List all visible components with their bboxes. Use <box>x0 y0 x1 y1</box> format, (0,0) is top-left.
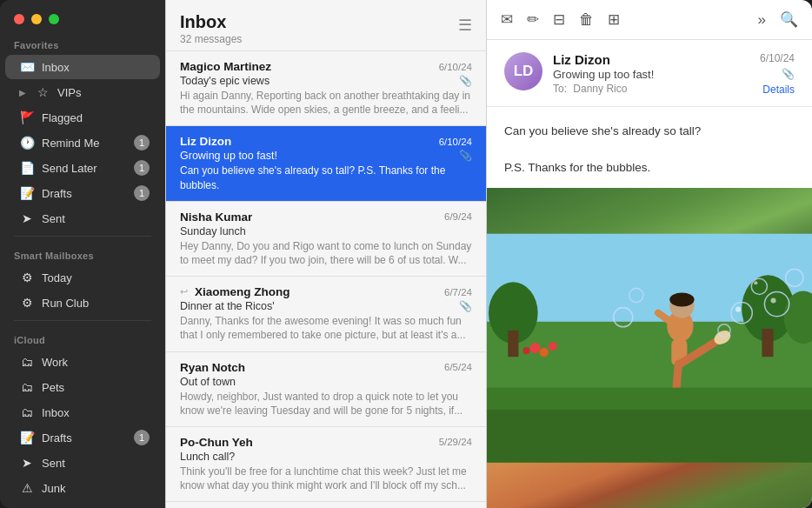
svg-point-13 <box>669 292 694 306</box>
move-toolbar-icon[interactable]: ⊞ <box>608 10 620 29</box>
trash-toolbar-icon[interactable]: 🗑 <box>579 11 594 29</box>
sidebar-item-send-later[interactable]: 📄 Send Later 1 <box>5 156 160 180</box>
message-count: 32 messages <box>180 33 242 45</box>
icloud-drafts-icon: 📝 <box>19 430 35 445</box>
sidebar-item-flagged[interactable]: 🚩 Flagged <box>5 105 160 130</box>
detail-pane: ✉ ✏ ⊟ 🗑 ⊞ » 🔍 LD Liz Dizon Growing up to… <box>487 0 812 508</box>
sidebar-item-label: Inbox <box>42 406 70 419</box>
sidebar-item-remind-me[interactable]: 🕐 Remind Me 1 <box>5 130 160 155</box>
message-list-header: Inbox 32 messages ☰ <box>166 0 486 51</box>
msg-sender: Magico Martinez <box>180 60 271 73</box>
msg-subject: Sunday lunch <box>180 225 246 237</box>
sidebar-item-run-club[interactable]: ⚙ Run Club <box>5 291 160 315</box>
favorites-section-label: Favorites <box>0 31 165 54</box>
attachment-icon: 📎 <box>459 75 472 87</box>
icloud-drafts-badge: 1 <box>134 430 150 445</box>
msg-date: 6/9/24 <box>444 211 472 222</box>
minimize-button[interactable] <box>31 14 42 24</box>
svg-point-28 <box>754 281 757 284</box>
svg-point-29 <box>770 297 775 303</box>
detail-subject: Growing up too fast! <box>553 68 749 81</box>
archive-toolbar-icon[interactable]: ⊟ <box>553 10 565 29</box>
divider-1 <box>14 236 151 237</box>
to-name: Danny Rico <box>573 83 627 95</box>
send-later-icon: 📄 <box>19 160 35 176</box>
details-link[interactable]: Details <box>762 84 795 96</box>
svg-point-7 <box>530 343 541 353</box>
sidebar-item-today[interactable]: ⚙ Today <box>5 265 160 290</box>
avatar: LD <box>504 52 542 90</box>
smart-mailboxes-section-label: Smart Mailboxes <box>0 242 165 264</box>
work-icon: 🗂 <box>19 354 35 370</box>
svg-point-10 <box>522 347 529 354</box>
sidebar-item-trash[interactable]: 🗑 Trash <box>5 501 160 508</box>
inbox-icon: ✉️ <box>19 59 35 75</box>
message-item[interactable]: Magico Martinez 6/10/24 Today's epic vie… <box>166 51 486 126</box>
sidebar-item-vips[interactable]: ▶ ☆ VIPs <box>5 80 160 104</box>
sidebar-item-pets[interactable]: 🗂 Pets <box>5 375 160 399</box>
attachment-icon: 📎 <box>459 300 472 312</box>
icloud-section-label: iCloud <box>0 326 165 349</box>
icloud-sent-icon: ➤ <box>19 455 35 471</box>
detail-meta-right: 6/10/24 📎 Details <box>760 52 795 96</box>
sidebar-item-junk[interactable]: ⚠ Junk <box>5 476 160 500</box>
compose-toolbar-icon[interactable]: ✏ <box>527 10 539 29</box>
detail-sender-info: Liz Dizon Growing up too fast! To: Danny… <box>553 52 749 95</box>
message-item[interactable]: Liz Dizon 6/10/24 Growing up too fast! 📎… <box>166 126 486 201</box>
window-controls <box>0 0 165 31</box>
msg-subject: Today's epic views <box>180 75 270 87</box>
sidebar-item-sent[interactable]: ➤ Sent <box>5 206 160 231</box>
to-label: To: <box>553 83 567 95</box>
msg-preview: Hey Danny, Do you and Rigo want to come … <box>180 239 472 267</box>
sidebar-item-label: Drafts <box>42 431 72 444</box>
today-icon: ⚙ <box>19 270 35 285</box>
detail-body: Can you believe she's already so tall? P… <box>487 107 812 188</box>
svg-rect-3 <box>508 331 518 357</box>
detail-header: LD Liz Dizon Growing up too fast! To: Da… <box>487 40 812 107</box>
filter-icon[interactable]: ☰ <box>458 16 472 35</box>
msg-date: 5/29/24 <box>439 437 472 447</box>
expand-arrow-icon: ▶ <box>19 88 26 97</box>
sidebar-item-icloud-inbox[interactable]: 🗂 Inbox <box>5 400 160 424</box>
sidebar-item-label: Inbox <box>42 61 70 74</box>
message-item[interactable]: ↩ Xiaomeng Zhong 6/7/24 Dinner at the Ri… <box>166 277 486 351</box>
message-item[interactable]: Ryan Notch 6/5/24 Out of town Howdy, nei… <box>166 352 486 427</box>
remind-badge: 1 <box>134 135 150 150</box>
svg-point-8 <box>540 348 549 357</box>
divider-2 <box>14 320 151 321</box>
run-club-icon: ⚙ <box>19 295 35 311</box>
fullscreen-button[interactable] <box>49 14 59 24</box>
message-item[interactable]: Nisha Kumar 6/9/24 Sunday lunch Hey Dann… <box>166 202 486 277</box>
svg-point-27 <box>735 306 741 311</box>
msg-date: 6/7/24 <box>444 287 472 297</box>
send-later-badge: 1 <box>134 160 150 176</box>
detail-attachment-icon: 📎 <box>782 68 795 80</box>
more-toolbar-icon[interactable]: » <box>758 11 766 29</box>
sidebar-item-work[interactable]: 🗂 Work <box>5 350 160 374</box>
junk-icon: ⚠ <box>19 480 35 496</box>
sidebar-item-inbox[interactable]: ✉️ Inbox <box>5 55 160 79</box>
msg-sender: Liz Dizon <box>180 135 231 148</box>
drafts-icon: 📝 <box>19 185 35 201</box>
message-item[interactable]: Graham McBride 5/22/24 Book Club Are you… <box>166 502 486 508</box>
sidebar-item-icloud-drafts[interactable]: 📝 Drafts 1 <box>5 425 160 450</box>
msg-preview: Think you'll be free for a lunchtime cha… <box>180 465 472 492</box>
sidebar-item-label: VIPs <box>57 86 81 99</box>
close-button[interactable] <box>14 14 24 24</box>
mail-toolbar-icon[interactable]: ✉ <box>501 10 513 29</box>
sidebar-item-drafts[interactable]: 📝 Drafts 1 <box>5 181 160 205</box>
msg-preview: Can you believe she's already so tall? P… <box>180 164 472 191</box>
sidebar-item-label: Sent <box>42 457 65 470</box>
sidebar-item-label: Today <box>42 271 72 284</box>
message-item[interactable]: Po-Chun Yeh 5/29/24 Lunch call? Think yo… <box>166 427 486 502</box>
sidebar: Favorites ✉️ Inbox ▶ ☆ VIPs 🚩 Flagged 🕐 … <box>0 0 165 508</box>
msg-subject: Dinner at the Ricos' <box>180 300 275 312</box>
icloud-inbox-icon: 🗂 <box>19 404 35 420</box>
sidebar-item-icloud-sent[interactable]: ➤ Sent <box>5 451 160 475</box>
attachment-icon: 📎 <box>459 150 472 162</box>
msg-sender: Ryan Notch <box>180 361 245 374</box>
search-toolbar-icon[interactable]: 🔍 <box>780 10 798 29</box>
msg-date: 6/5/24 <box>444 362 472 372</box>
forward-icon: ↩ <box>180 286 188 297</box>
inbox-title: Inbox <box>180 12 242 32</box>
